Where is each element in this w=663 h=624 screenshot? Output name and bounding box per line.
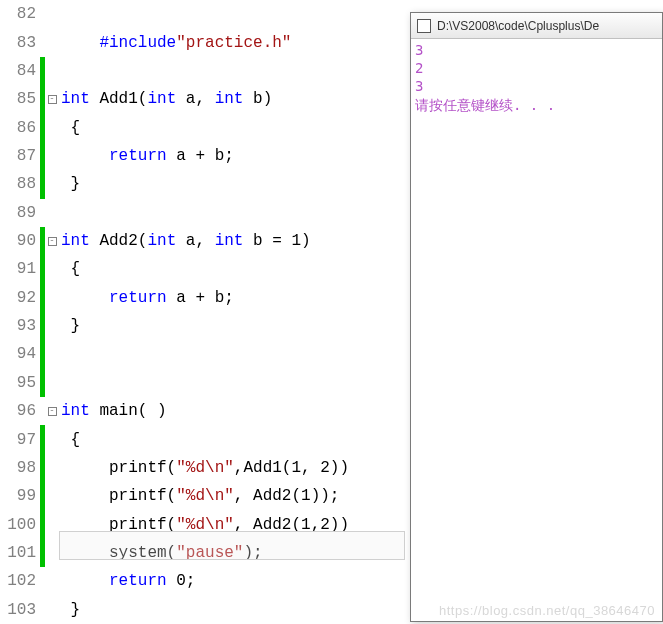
code-line-92[interactable]: 92 return a + b; [0, 284, 405, 312]
code-line-89[interactable]: 89 [0, 199, 405, 227]
line-number: 93 [0, 317, 40, 335]
line-number: 95 [0, 374, 40, 392]
code-line-82[interactable]: 82 [0, 0, 405, 28]
code-line-88[interactable]: 88 } [0, 170, 405, 198]
code-line-98[interactable]: 98 printf("%d\n",Add1(1, 2)) [0, 454, 405, 482]
change-indicator [40, 539, 45, 567]
line-number: 91 [0, 260, 40, 278]
line-number: 85 [0, 90, 40, 108]
code-line-91[interactable]: 91 { [0, 255, 405, 283]
line-number: 102 [0, 572, 40, 590]
fold-gutter[interactable]: - [45, 407, 59, 416]
change-indicator [40, 482, 45, 510]
line-number: 92 [0, 289, 40, 307]
change-indicator [40, 369, 45, 397]
change-indicator [40, 142, 45, 170]
code-content[interactable]: } [59, 601, 405, 619]
change-indicator [40, 28, 45, 56]
line-number: 101 [0, 544, 40, 562]
line-number: 83 [0, 34, 40, 52]
line-number: 86 [0, 119, 40, 137]
code-line-90[interactable]: 90-int Add2(int a, int b = 1) [0, 227, 405, 255]
line-number: 89 [0, 204, 40, 222]
code-content[interactable]: return a + b; [59, 147, 405, 165]
code-line-99[interactable]: 99 printf("%d\n", Add2(1)); [0, 482, 405, 510]
code-line-100[interactable]: 100 printf("%d\n", Add2(1,2)) [0, 510, 405, 538]
fold-minus-icon[interactable]: - [48, 237, 57, 246]
code-line-86[interactable]: 86 { [0, 113, 405, 141]
code-line-97[interactable]: 97 { [0, 425, 405, 453]
code-content[interactable]: { [59, 119, 405, 137]
change-indicator [40, 255, 45, 283]
change-indicator [40, 113, 45, 141]
code-content[interactable]: int Add2(int a, int b = 1) [59, 232, 405, 250]
code-line-93[interactable]: 93 } [0, 312, 405, 340]
change-indicator [40, 199, 45, 227]
line-number: 99 [0, 487, 40, 505]
code-content[interactable]: { [59, 431, 405, 449]
line-number: 82 [0, 5, 40, 23]
code-line-96[interactable]: 96-int main( ) [0, 397, 405, 425]
line-number: 96 [0, 402, 40, 420]
change-indicator [40, 454, 45, 482]
change-indicator [40, 57, 45, 85]
change-indicator [40, 284, 45, 312]
code-content[interactable]: } [59, 175, 405, 193]
change-indicator [40, 425, 45, 453]
code-content[interactable]: printf("%d\n", Add2(1)); [59, 487, 405, 505]
code-editor[interactable]: 8283 #include"practice.h"8485-int Add1(i… [0, 0, 405, 624]
code-content[interactable]: int main( ) [59, 402, 405, 420]
code-content[interactable]: return 0; [59, 572, 405, 590]
console-app-icon [417, 19, 431, 33]
code-line-101[interactable]: 101 system("pause"); [0, 539, 405, 567]
console-output: 3 2 3 请按任意键继续. . . [411, 39, 662, 116]
line-number: 103 [0, 601, 40, 619]
change-indicator [40, 567, 45, 595]
fold-minus-icon[interactable]: - [48, 95, 57, 104]
change-indicator [40, 0, 45, 28]
change-indicator [40, 596, 45, 624]
code-line-85[interactable]: 85-int Add1(int a, int b) [0, 85, 405, 113]
code-content[interactable]: printf("%d\n", Add2(1,2)) [59, 516, 405, 534]
code-line-83[interactable]: 83 #include"practice.h" [0, 28, 405, 56]
code-line-94[interactable]: 94 [0, 340, 405, 368]
line-number: 94 [0, 345, 40, 363]
code-line-84[interactable]: 84 [0, 57, 405, 85]
fold-gutter[interactable]: - [45, 95, 59, 104]
code-content[interactable]: printf("%d\n",Add1(1, 2)) [59, 459, 405, 477]
line-number: 98 [0, 459, 40, 477]
console-titlebar[interactable]: D:\VS2008\code\Cplusplus\De [411, 13, 662, 39]
fold-gutter[interactable]: - [45, 237, 59, 246]
line-number: 88 [0, 175, 40, 193]
fold-minus-icon[interactable]: - [48, 407, 57, 416]
line-number: 87 [0, 147, 40, 165]
code-content[interactable]: int Add1(int a, int b) [59, 90, 405, 108]
code-content[interactable]: system("pause"); [59, 544, 405, 562]
line-number: 100 [0, 516, 40, 534]
console-window: D:\VS2008\code\Cplusplus\De 3 2 3 请按任意键继… [410, 12, 663, 622]
watermark-text: https://blog.csdn.net/qq_38646470 [439, 603, 655, 618]
code-line-95[interactable]: 95 [0, 369, 405, 397]
code-content[interactable]: } [59, 317, 405, 335]
code-content[interactable]: #include"practice.h" [59, 34, 405, 52]
change-indicator [40, 510, 45, 538]
change-indicator [40, 340, 45, 368]
console-title: D:\VS2008\code\Cplusplus\De [437, 19, 599, 33]
line-number: 97 [0, 431, 40, 449]
change-indicator [40, 312, 45, 340]
line-number: 90 [0, 232, 40, 250]
code-content[interactable]: { [59, 260, 405, 278]
change-indicator [40, 170, 45, 198]
code-line-87[interactable]: 87 return a + b; [0, 142, 405, 170]
line-number: 84 [0, 62, 40, 80]
code-line-102[interactable]: 102 return 0; [0, 567, 405, 595]
code-content[interactable]: return a + b; [59, 289, 405, 307]
code-line-103[interactable]: 103 } [0, 596, 405, 624]
